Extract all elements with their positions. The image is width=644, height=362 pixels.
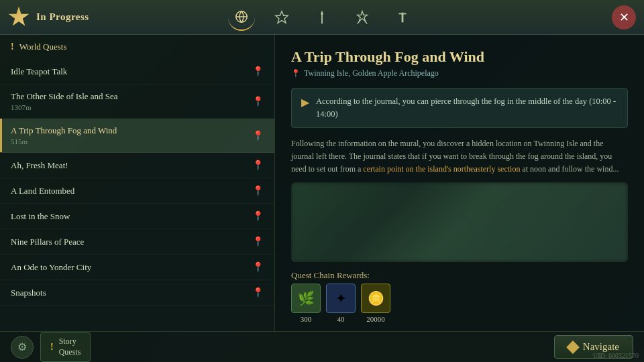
quest-item-left: Ah, Fresh Meat!	[11, 160, 68, 171]
quest-item-land_entombed[interactable]: A Land Entombed 📍	[0, 178, 274, 204]
quest-item-left: Idle Teapot Talk	[11, 66, 67, 77]
quest-pin-icon: 📍	[252, 96, 264, 107]
tab-event[interactable]	[349, 4, 376, 31]
location-text: Twinning Isle, Golden Apple Archipelago	[304, 68, 439, 78]
quest-item-lost_snow[interactable]: Lost in the Snow 📍	[0, 204, 274, 229]
quest-item-left: A Land Entombed	[11, 186, 74, 196]
objective-text: According to the journal, you can pierce…	[316, 95, 618, 121]
quest-map	[291, 182, 628, 262]
quest-item-name: Ah, Fresh Meat!	[11, 160, 68, 171]
quest-item-snapshots[interactable]: Snapshots 📍	[0, 280, 274, 306]
tab-world-quests[interactable]	[228, 4, 255, 31]
quest-pin-icon: 📍	[252, 261, 264, 273]
footer-left: ⚙ ! Story Quests	[11, 332, 91, 362]
quest-item-left: An Ode to Yonder City	[11, 262, 91, 273]
quest-item-pillars[interactable]: Nine Pillars of Peace 📍	[0, 229, 274, 255]
quest-item-name: An Ode to Yonder City	[11, 262, 91, 273]
tab-bounty[interactable]	[389, 4, 416, 31]
quest-item-left: The Other Side of Isle and Sea 1307m	[11, 91, 118, 111]
nav-tabs	[228, 4, 416, 31]
uid-text: UID: 600321570	[593, 352, 639, 359]
settings-button[interactable]: ⚙	[11, 336, 34, 359]
rewards-label: Quest Chain Rewards:	[291, 270, 628, 281]
reward-icon-gold: 🪙	[361, 284, 390, 313]
reward-item-gold: 🪙 20000	[361, 284, 390, 323]
quest-list: Idle Teapot Talk 📍 The Other Side of Isl…	[0, 59, 274, 331]
objective-arrow-icon: ▶	[301, 96, 309, 109]
quest-item-distance: 515m	[11, 137, 117, 145]
quest-item-left: Lost in the Snow	[11, 211, 70, 222]
quest-item-fresh_meat[interactable]: Ah, Fresh Meat! 📍	[0, 153, 274, 178]
navigate-diamond-icon	[566, 341, 580, 354]
quest-item-name: Idle Teapot Talk	[11, 66, 67, 77]
svg-point-3	[321, 12, 323, 15]
objective-box: ▶ According to the journal, you can pier…	[291, 88, 628, 128]
reward-icon-green: 🌿	[291, 284, 321, 313]
quest-item-name: A Land Entombed	[11, 186, 74, 196]
story-exclamation-icon: !	[50, 342, 54, 353]
quest-item-distance: 1307m	[11, 103, 118, 111]
quest-pin-icon: 📍	[252, 287, 264, 298]
quest-item-fog_wind[interactable]: A Trip Through Fog and Wind 515m 📍	[0, 119, 274, 153]
footer: ⚙ ! Story Quests Navigate	[0, 331, 644, 362]
header: In Progress ✕	[0, 0, 644, 35]
left-panel: ! World Quests Idle Teapot Talk 📍 The Ot…	[0, 35, 275, 331]
header-title: In Progress	[36, 11, 89, 23]
section-exclamation: !	[11, 42, 14, 52]
right-panel: A Trip Through Fog and Wind 📍 Twinning I…	[275, 35, 644, 331]
tab-misc[interactable]	[309, 4, 335, 31]
section-header: ! World Quests	[0, 35, 274, 59]
reward-item-blue: ✦ 40	[326, 284, 356, 323]
quest-item-name: Nine Pillars of Peace	[11, 237, 84, 247]
close-button[interactable]: ✕	[612, 5, 636, 29]
quest-item-left: Nine Pillars of Peace	[11, 237, 84, 247]
quest-pin-icon: 📍	[252, 160, 264, 171]
location-pin-icon: 📍	[291, 69, 301, 78]
reward-value-blue: 40	[337, 315, 345, 323]
quest-item-left: Snapshots	[11, 288, 46, 298]
reward-value-green: 300	[301, 315, 312, 323]
section-label: World Quests	[19, 42, 67, 52]
tab-story[interactable]	[268, 4, 295, 31]
quest-description: Following the information on the mural, …	[291, 137, 628, 176]
quest-item-name: Snapshots	[11, 288, 46, 298]
quest-item-name: The Other Side of Isle and Sea	[11, 91, 118, 102]
navigate-label: Navigate	[583, 341, 619, 353]
reward-item-green: 🌿 300	[291, 284, 321, 323]
story-quests-button[interactable]: ! Story Quests	[40, 332, 91, 362]
quest-log-icon	[8, 7, 30, 28]
quest-pin-icon: 📍	[252, 210, 264, 222]
quest-item-name: A Trip Through Fog and Wind	[11, 125, 117, 136]
quest-pin-icon: 📍	[252, 130, 264, 141]
reward-value-gold: 20000	[366, 315, 385, 323]
main-content: ! World Quests Idle Teapot Talk 📍 The Ot…	[0, 35, 644, 331]
quest-item-yonder_city[interactable]: An Ode to Yonder City 📍	[0, 255, 274, 280]
quest-item-other_side[interactable]: The Other Side of Isle and Sea 1307m 📍	[0, 84, 274, 119]
rewards-section: Quest Chain Rewards: 🌿 300 ✦ 40 🪙 20000	[291, 270, 628, 323]
rewards-row: 🌿 300 ✦ 40 🪙 20000	[291, 284, 628, 323]
reward-icon-blue: ✦	[326, 284, 356, 313]
quest-item-idle_teapot[interactable]: Idle Teapot Talk 📍	[0, 59, 274, 84]
quest-detail-title: A Trip Through Fog and Wind	[291, 48, 628, 66]
header-left: In Progress	[8, 7, 142, 28]
quest-item-left: A Trip Through Fog and Wind 515m	[11, 125, 117, 145]
quest-pin-icon: 📍	[252, 236, 264, 247]
quest-location: 📍 Twinning Isle, Golden Apple Archipelag…	[291, 68, 628, 78]
quest-item-name: Lost in the Snow	[11, 211, 70, 222]
story-quest-label: Story Quests	[59, 337, 81, 357]
quest-pin-icon: 📍	[252, 185, 264, 196]
quest-pin-icon: 📍	[252, 66, 264, 77]
svg-marker-1	[276, 11, 288, 22]
